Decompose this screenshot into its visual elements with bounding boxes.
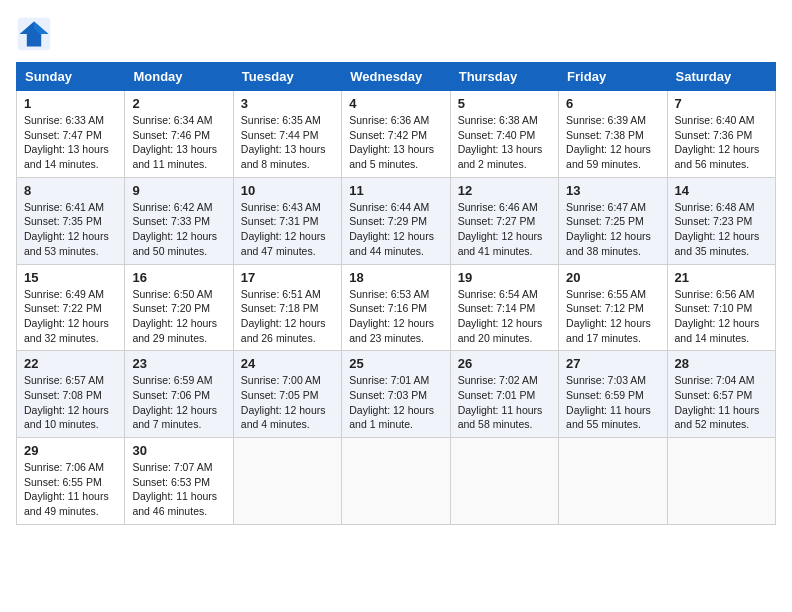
calendar-day-cell: 29Sunrise: 7:06 AMSunset: 6:55 PMDayligh… <box>17 438 125 525</box>
day-info: Sunrise: 6:39 AMSunset: 7:38 PMDaylight:… <box>566 114 651 170</box>
day-info: Sunrise: 6:35 AMSunset: 7:44 PMDaylight:… <box>241 114 326 170</box>
day-info: Sunrise: 6:54 AMSunset: 7:14 PMDaylight:… <box>458 288 543 344</box>
day-number: 13 <box>566 183 659 198</box>
day-info: Sunrise: 6:38 AMSunset: 7:40 PMDaylight:… <box>458 114 543 170</box>
day-of-week-header: Thursday <box>450 63 558 91</box>
day-info: Sunrise: 6:50 AMSunset: 7:20 PMDaylight:… <box>132 288 217 344</box>
day-number: 26 <box>458 356 551 371</box>
day-info: Sunrise: 6:57 AMSunset: 7:08 PMDaylight:… <box>24 374 109 430</box>
day-info: Sunrise: 6:42 AMSunset: 7:33 PMDaylight:… <box>132 201 217 257</box>
logo <box>16 16 56 52</box>
day-of-week-header: Tuesday <box>233 63 341 91</box>
calendar-week-row: 1Sunrise: 6:33 AMSunset: 7:47 PMDaylight… <box>17 91 776 178</box>
day-info: Sunrise: 7:00 AMSunset: 7:05 PMDaylight:… <box>241 374 326 430</box>
calendar-day-cell <box>233 438 341 525</box>
day-number: 20 <box>566 270 659 285</box>
calendar-day-cell: 13Sunrise: 6:47 AMSunset: 7:25 PMDayligh… <box>559 177 667 264</box>
calendar-day-cell: 30Sunrise: 7:07 AMSunset: 6:53 PMDayligh… <box>125 438 233 525</box>
day-number: 21 <box>675 270 768 285</box>
day-number: 15 <box>24 270 117 285</box>
calendar-day-cell: 9Sunrise: 6:42 AMSunset: 7:33 PMDaylight… <box>125 177 233 264</box>
day-info: Sunrise: 6:33 AMSunset: 7:47 PMDaylight:… <box>24 114 109 170</box>
calendar-day-cell: 11Sunrise: 6:44 AMSunset: 7:29 PMDayligh… <box>342 177 450 264</box>
day-of-week-header: Sunday <box>17 63 125 91</box>
calendar-day-cell: 5Sunrise: 6:38 AMSunset: 7:40 PMDaylight… <box>450 91 558 178</box>
calendar-day-cell: 27Sunrise: 7:03 AMSunset: 6:59 PMDayligh… <box>559 351 667 438</box>
day-info: Sunrise: 6:44 AMSunset: 7:29 PMDaylight:… <box>349 201 434 257</box>
day-info: Sunrise: 7:02 AMSunset: 7:01 PMDaylight:… <box>458 374 543 430</box>
calendar-day-cell: 22Sunrise: 6:57 AMSunset: 7:08 PMDayligh… <box>17 351 125 438</box>
day-number: 28 <box>675 356 768 371</box>
day-info: Sunrise: 6:34 AMSunset: 7:46 PMDaylight:… <box>132 114 217 170</box>
calendar-day-cell: 10Sunrise: 6:43 AMSunset: 7:31 PMDayligh… <box>233 177 341 264</box>
calendar-day-cell: 16Sunrise: 6:50 AMSunset: 7:20 PMDayligh… <box>125 264 233 351</box>
calendar-day-cell <box>342 438 450 525</box>
calendar-day-cell: 2Sunrise: 6:34 AMSunset: 7:46 PMDaylight… <box>125 91 233 178</box>
calendar-day-cell: 17Sunrise: 6:51 AMSunset: 7:18 PMDayligh… <box>233 264 341 351</box>
day-number: 3 <box>241 96 334 111</box>
calendar-day-cell <box>450 438 558 525</box>
day-number: 16 <box>132 270 225 285</box>
calendar-week-row: 15Sunrise: 6:49 AMSunset: 7:22 PMDayligh… <box>17 264 776 351</box>
calendar-day-cell <box>559 438 667 525</box>
calendar-day-cell: 24Sunrise: 7:00 AMSunset: 7:05 PMDayligh… <box>233 351 341 438</box>
day-info: Sunrise: 7:07 AMSunset: 6:53 PMDaylight:… <box>132 461 217 517</box>
day-number: 22 <box>24 356 117 371</box>
day-info: Sunrise: 7:06 AMSunset: 6:55 PMDaylight:… <box>24 461 109 517</box>
day-info: Sunrise: 7:03 AMSunset: 6:59 PMDaylight:… <box>566 374 651 430</box>
calendar-header-row: SundayMondayTuesdayWednesdayThursdayFrid… <box>17 63 776 91</box>
day-number: 5 <box>458 96 551 111</box>
day-number: 11 <box>349 183 442 198</box>
day-number: 12 <box>458 183 551 198</box>
calendar-day-cell: 19Sunrise: 6:54 AMSunset: 7:14 PMDayligh… <box>450 264 558 351</box>
calendar-day-cell: 7Sunrise: 6:40 AMSunset: 7:36 PMDaylight… <box>667 91 775 178</box>
day-info: Sunrise: 6:55 AMSunset: 7:12 PMDaylight:… <box>566 288 651 344</box>
day-number: 2 <box>132 96 225 111</box>
calendar-day-cell: 6Sunrise: 6:39 AMSunset: 7:38 PMDaylight… <box>559 91 667 178</box>
calendar-day-cell: 3Sunrise: 6:35 AMSunset: 7:44 PMDaylight… <box>233 91 341 178</box>
calendar-day-cell: 21Sunrise: 6:56 AMSunset: 7:10 PMDayligh… <box>667 264 775 351</box>
calendar-day-cell: 26Sunrise: 7:02 AMSunset: 7:01 PMDayligh… <box>450 351 558 438</box>
day-number: 24 <box>241 356 334 371</box>
logo-icon <box>16 16 52 52</box>
page-header <box>16 16 776 52</box>
calendar-day-cell: 20Sunrise: 6:55 AMSunset: 7:12 PMDayligh… <box>559 264 667 351</box>
day-number: 30 <box>132 443 225 458</box>
day-number: 25 <box>349 356 442 371</box>
day-number: 4 <box>349 96 442 111</box>
day-of-week-header: Monday <box>125 63 233 91</box>
day-info: Sunrise: 7:04 AMSunset: 6:57 PMDaylight:… <box>675 374 760 430</box>
calendar-day-cell: 28Sunrise: 7:04 AMSunset: 6:57 PMDayligh… <box>667 351 775 438</box>
day-number: 6 <box>566 96 659 111</box>
day-info: Sunrise: 6:51 AMSunset: 7:18 PMDaylight:… <box>241 288 326 344</box>
day-info: Sunrise: 6:56 AMSunset: 7:10 PMDaylight:… <box>675 288 760 344</box>
day-number: 18 <box>349 270 442 285</box>
calendar-day-cell <box>667 438 775 525</box>
day-info: Sunrise: 6:43 AMSunset: 7:31 PMDaylight:… <box>241 201 326 257</box>
calendar-day-cell: 12Sunrise: 6:46 AMSunset: 7:27 PMDayligh… <box>450 177 558 264</box>
day-info: Sunrise: 6:36 AMSunset: 7:42 PMDaylight:… <box>349 114 434 170</box>
day-number: 19 <box>458 270 551 285</box>
calendar-day-cell: 15Sunrise: 6:49 AMSunset: 7:22 PMDayligh… <box>17 264 125 351</box>
day-info: Sunrise: 6:49 AMSunset: 7:22 PMDaylight:… <box>24 288 109 344</box>
calendar-week-row: 22Sunrise: 6:57 AMSunset: 7:08 PMDayligh… <box>17 351 776 438</box>
calendar-day-cell: 25Sunrise: 7:01 AMSunset: 7:03 PMDayligh… <box>342 351 450 438</box>
day-number: 10 <box>241 183 334 198</box>
day-info: Sunrise: 6:41 AMSunset: 7:35 PMDaylight:… <box>24 201 109 257</box>
day-info: Sunrise: 6:46 AMSunset: 7:27 PMDaylight:… <box>458 201 543 257</box>
calendar-day-cell: 18Sunrise: 6:53 AMSunset: 7:16 PMDayligh… <box>342 264 450 351</box>
day-of-week-header: Wednesday <box>342 63 450 91</box>
calendar-day-cell: 8Sunrise: 6:41 AMSunset: 7:35 PMDaylight… <box>17 177 125 264</box>
calendar-day-cell: 23Sunrise: 6:59 AMSunset: 7:06 PMDayligh… <box>125 351 233 438</box>
day-info: Sunrise: 6:59 AMSunset: 7:06 PMDaylight:… <box>132 374 217 430</box>
calendar-day-cell: 4Sunrise: 6:36 AMSunset: 7:42 PMDaylight… <box>342 91 450 178</box>
day-of-week-header: Friday <box>559 63 667 91</box>
calendar-day-cell: 14Sunrise: 6:48 AMSunset: 7:23 PMDayligh… <box>667 177 775 264</box>
calendar-week-row: 8Sunrise: 6:41 AMSunset: 7:35 PMDaylight… <box>17 177 776 264</box>
calendar-table: SundayMondayTuesdayWednesdayThursdayFrid… <box>16 62 776 525</box>
day-info: Sunrise: 6:48 AMSunset: 7:23 PMDaylight:… <box>675 201 760 257</box>
day-number: 7 <box>675 96 768 111</box>
day-number: 1 <box>24 96 117 111</box>
day-info: Sunrise: 6:47 AMSunset: 7:25 PMDaylight:… <box>566 201 651 257</box>
day-number: 23 <box>132 356 225 371</box>
